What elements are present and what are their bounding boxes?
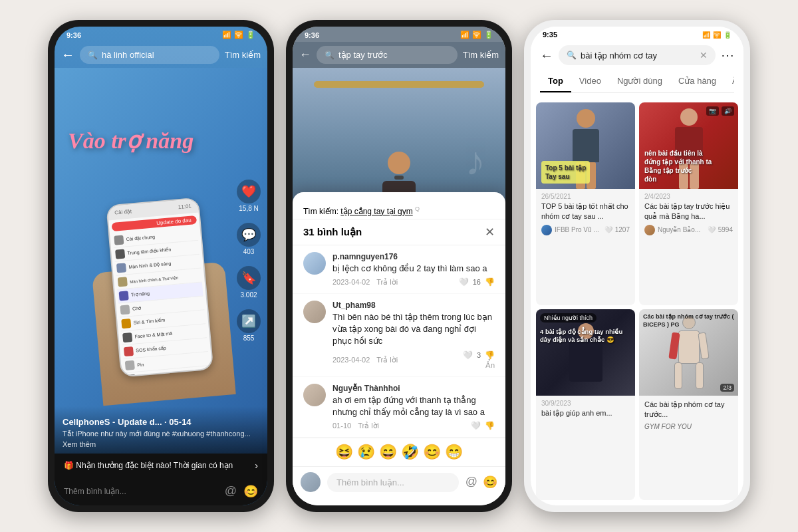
close-button-2[interactable]: ✕ [485, 225, 495, 239]
emoji-1[interactable]: 😆 [335, 444, 353, 461]
heart-icon-2[interactable]: 🤍 [463, 350, 473, 360]
sound-badge: 🔊 [722, 106, 734, 116]
comment-body-1: p.namnguyen176 bị lệch cơ không đều 2 ta… [332, 252, 495, 287]
back-button-2[interactable]: ← [299, 48, 311, 62]
comment-bar-1: Thêm bình luận... @ 😊 [55, 477, 267, 505]
result-thumb-1: Top 5 bài tập Tay sau [536, 102, 635, 189]
search-box-3[interactable]: 🔍 bài tập nhóm cơ tay ✕ [559, 45, 716, 65]
like-count-1: 15,8 N [239, 205, 258, 212]
tiktok-watermark: ♪ [466, 138, 485, 184]
result-card-3[interactable]: Nhiều người thích 4 bài tập độ cẳng tay … [536, 309, 635, 500]
back-button-1[interactable]: ← [61, 47, 74, 63]
dislike-icon-1[interactable]: 👎 [485, 277, 495, 287]
result-card-2[interactable]: 📷 🔊 nên bài đầu tiên là đứng tập với tha… [639, 102, 738, 305]
result-thumb-4: 2/3 Các bài tập nhóm cơ tay trước ( BICE… [639, 309, 738, 396]
overlay-text-r3: 4 bài tập độ cẳng tay nhiều dây điện và … [540, 328, 631, 344]
person-3 [536, 309, 635, 396]
heart-icon-3[interactable]: 🤍 [471, 421, 481, 430]
like-button-1[interactable]: ❤️ 15,8 N [237, 180, 261, 212]
tim-kiem-button-1[interactable]: Tìm kiếm [225, 50, 261, 60]
wifi-1: 🛜 [234, 31, 243, 39]
tab-cua-hang[interactable]: Cửa hàng [670, 70, 724, 92]
video-badges-2: 📷 🔊 [706, 106, 734, 116]
result-date-2: 2/4/2023 [644, 193, 733, 200]
hide-text-2[interactable]: Ẩn [485, 361, 495, 370]
result-meta-3: 30/9/2023 bài tập giúp anh em... [536, 396, 635, 425]
tab-video[interactable]: Video [571, 70, 609, 92]
comment-text-2: Thì bên nào bé thì tập thêm trong lúc bạ… [332, 311, 495, 348]
comment-input-bar-2: Thêm bình luận... @ 😊 [293, 467, 505, 497]
at-icon-1[interactable]: @ [225, 484, 237, 499]
comment-likes-2: 🤍 3 👎 [463, 350, 495, 360]
inner-phone-time: 11:01 [178, 203, 192, 210]
video-author-1: CellphoneS - Update d... · 05-14 [63, 417, 259, 427]
reply-link-1[interactable]: Trả lời [376, 278, 398, 287]
clear-button-3[interactable]: ✕ [700, 50, 708, 61]
result-author-avatar-1 [541, 225, 552, 235]
emoji-bar-2: 😆 😢 😄 🤣 😊 😁 [293, 438, 505, 467]
comment-footer-2: 2023-04-02 Trả lời 🤍 3 👎 Ẩn [332, 350, 495, 370]
emoji-icon-1[interactable]: 😊 [243, 484, 258, 499]
tab-top[interactable]: Top [540, 70, 571, 92]
search-suggest-label: Tìm kiếm: [303, 207, 340, 216]
comment-button-1[interactable]: 💬 403 [237, 223, 261, 255]
more-button-3[interactable]: ⋯ [721, 47, 734, 63]
wifi-2: 🛜 [472, 31, 481, 39]
status-bar-1: 9:36 📶 🛜 🔋 [55, 27, 267, 42]
back-button-3[interactable]: ← [540, 48, 553, 63]
emoji-5[interactable]: 😊 [423, 444, 441, 461]
heart-icon-r2: 🤍 [708, 226, 716, 233]
emoji-6[interactable]: 😁 [445, 444, 463, 461]
share-button-1[interactable]: ↗️ 855 [237, 309, 261, 342]
result-meta-1: 26/5/2021 TOP 5 bài tập tốt nhất cho nhó… [536, 189, 635, 239]
result-author-2: Nguyễn Bảo... [658, 226, 700, 233]
comment-date-text-1: 2023-04-02 [332, 278, 370, 287]
result-card-1[interactable]: Top 5 bài tập Tay sau 26/5/2021 TOP 5 bà… [536, 102, 635, 305]
search-header-3: ← 🔍 bài tập nhóm cơ tay ✕ ⋯ Top Video Ng… [531, 41, 743, 97]
overlay-text-r1: Top 5 bài tập Tay sau [541, 161, 590, 184]
reply-link-2[interactable]: Trả lời [376, 356, 398, 364]
photo-badge: 📷 [706, 106, 719, 116]
phone-3-screen: 9:35 📶 🛜 🔋 ← 🔍 bài tập nhóm cơ tay ✕ ⋯ T… [531, 27, 743, 505]
comment-body-3: Nguyễn Thànhhoi ah ơi em tập đứng với th… [332, 384, 495, 430]
dislike-icon-3[interactable]: 👎 [485, 421, 495, 430]
input-icons-2: @ 😊 [466, 475, 497, 489]
comment-placeholder-1[interactable]: Thêm bình luận... [64, 487, 218, 496]
result-card-4[interactable]: 2/3 Các bài tập nhóm cơ tay trước ( BICE… [639, 309, 738, 500]
comment-item-3: Nguyễn Thànhhoi ah ơi em tập đứng với th… [293, 377, 505, 438]
tim-kiem-button-2[interactable]: Tìm kiếm [463, 50, 499, 60]
emoji-2[interactable]: 😢 [357, 444, 375, 461]
emoji-picker-2[interactable]: 😊 [483, 475, 497, 489]
video-desc-1: Tắt iPhone như này mới đúng nè #xuhuong … [63, 429, 259, 450]
bookmark-button-1[interactable]: 🔖 3.002 [237, 266, 261, 299]
emoji-3[interactable]: 😄 [379, 444, 397, 461]
tab-am[interactable]: Âm [724, 70, 734, 92]
comment-footer-1: 2023-04-02 Trả lời 🤍 16 👎 [332, 277, 495, 287]
result-meta-4: Các bài tập nhóm cơ tay trước... GYM FOR… [639, 396, 738, 434]
search-box-1[interactable]: 🔍 hà linh official [80, 46, 219, 64]
right-actions-1: ❤️ 15,8 N 💬 403 🔖 3.002 ↗️ 855 [237, 180, 261, 342]
search-box-2[interactable]: 🔍 tập tay trước [317, 46, 458, 64]
comment-likes-3: 🤍 👎 [471, 421, 495, 430]
emoji-4[interactable]: 🤣 [401, 444, 419, 461]
signal-3: 📶 [702, 31, 710, 39]
result-title-1: TOP 5 bài tập tốt nhất cho nhóm cơ tay s… [541, 201, 630, 222]
search-icon-3: 🔍 [567, 51, 577, 60]
comments-count-2: 31 bình luận [303, 226, 362, 238]
dislike-icon-2[interactable]: 👎 [485, 350, 495, 360]
reward-bar-1[interactable]: 🎁 Nhận thưởng đặc biệt nào! Thời gian có… [55, 454, 267, 477]
heart-icon-1[interactable]: 🤍 [459, 277, 469, 287]
battery-1: 🔋 [246, 31, 255, 39]
search-query-1: hà linh official [102, 50, 211, 60]
search-icon-2: 🔍 [325, 51, 334, 60]
result-date-1: 26/5/2021 [541, 193, 630, 200]
result-author-avatar-2 [644, 225, 655, 235]
at-icon-2[interactable]: @ [466, 475, 477, 489]
search-suggest-query[interactable]: tập cẳng tay tại gym [340, 207, 412, 216]
comment-input-field-2[interactable]: Thêm bình luận... [327, 473, 459, 492]
comment-date-2: 2023-04-02 Trả lời [332, 356, 398, 364]
reply-link-3[interactable]: Trả lời [358, 422, 379, 430]
status-bar-3: 9:35 📶 🛜 🔋 [531, 27, 743, 41]
tab-nguoi-dung[interactable]: Người dùng [609, 70, 670, 92]
search-icon-1: 🔍 [88, 51, 98, 60]
